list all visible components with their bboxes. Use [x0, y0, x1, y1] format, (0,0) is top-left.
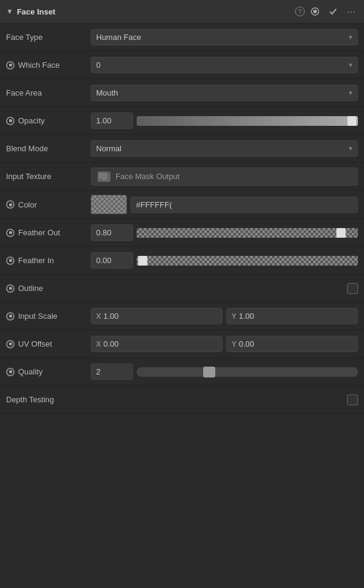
- feather-out-thumb[interactable]: [336, 228, 346, 238]
- feather-out-content: 0.80: [91, 224, 358, 241]
- face-type-row: Face Type Human Face ▾: [0, 24, 364, 51]
- opacity-row: Opacity 1.00: [0, 107, 364, 135]
- collapse-chevron[interactable]: ▼: [6, 7, 13, 16]
- feather-out-row: Feather Out 0.80: [0, 219, 364, 247]
- feather-in-label: Feather In: [6, 256, 91, 265]
- input-texture-row: Input Texture Face Mask Output: [0, 163, 364, 191]
- opacity-thumb[interactable]: [347, 116, 357, 126]
- feather-out-slider[interactable]: [137, 227, 358, 239]
- face-area-content: Mouth ▾: [91, 85, 358, 101]
- depth-testing-row: Depth Testing: [0, 386, 364, 414]
- face-inset-panel: ▼ Face Inset ? ··· Face Type: [0, 0, 364, 414]
- uv-offset-label: UV Offset: [6, 339, 91, 348]
- which-face-dropdown[interactable]: 0 ▾: [91, 57, 358, 73]
- feather-in-content: 0.00: [91, 252, 358, 269]
- blend-mode-row: Blend Mode Normal ▾: [0, 135, 364, 163]
- color-hex-value[interactable]: #FFFFFF(: [131, 197, 358, 213]
- depth-testing-content: [91, 394, 358, 405]
- uv-offset-y-value: 0.00: [239, 339, 254, 348]
- y-label: Y: [232, 312, 236, 321]
- depth-testing-label: Depth Testing: [6, 395, 91, 404]
- uv-offset-y[interactable]: Y 0.00: [226, 336, 358, 352]
- outline-row: Outline: [0, 275, 364, 302]
- feather-in-radio[interactable]: [6, 256, 15, 265]
- quality-value[interactable]: 2: [91, 364, 133, 380]
- header-actions: ···: [308, 5, 358, 18]
- uv-offset-row: UV Offset X 0.00 Y 0.00: [0, 330, 364, 358]
- x-label-uv: X: [96, 340, 101, 348]
- face-area-dropdown[interactable]: Mouth ▾: [91, 85, 358, 101]
- input-texture-label: Input Texture: [6, 172, 91, 181]
- quality-row: Quality 2: [0, 358, 364, 386]
- which-face-arrow: ▾: [349, 61, 353, 69]
- input-scale-row: Input Scale X 1.00 Y 1.00: [0, 302, 364, 330]
- face-area-label: Face Area: [6, 88, 91, 97]
- quality-slider[interactable]: [137, 366, 358, 378]
- input-scale-x[interactable]: X 1.00: [91, 308, 223, 324]
- depth-testing-checkbox[interactable]: [347, 394, 358, 405]
- checkmark-icon: [328, 7, 338, 16]
- input-scale-x-value: 1.00: [103, 312, 119, 321]
- ellipsis-icon: ···: [347, 7, 356, 16]
- input-scale-content: X 1.00 Y 1.00: [91, 308, 358, 324]
- uv-offset-x-value: 0.00: [103, 339, 119, 348]
- input-scale-label: Input Scale: [6, 312, 91, 321]
- color-content: #FFFFFF(: [91, 195, 358, 214]
- feather-out-radio[interactable]: [6, 229, 15, 237]
- which-face-label: Which Face: [6, 60, 91, 70]
- feather-in-slider[interactable]: [137, 255, 358, 267]
- quality-label: Quality: [6, 367, 91, 376]
- feather-in-thumb[interactable]: [138, 256, 148, 266]
- feather-in-row: Feather In 0.00: [0, 247, 364, 275]
- color-row: Color #FFFFFF(: [0, 191, 364, 219]
- uv-offset-xy: X 0.00 Y 0.00: [91, 336, 358, 352]
- input-scale-y[interactable]: Y 1.00: [226, 308, 358, 324]
- more-options-button[interactable]: ···: [345, 5, 358, 18]
- quality-content: 2: [91, 364, 358, 380]
- feather-out-label: Feather Out: [6, 228, 91, 237]
- face-area-arrow: ▾: [349, 89, 353, 97]
- opacity-label: Opacity: [6, 116, 91, 125]
- opacity-radio[interactable]: [6, 117, 15, 125]
- uv-offset-radio[interactable]: [6, 340, 15, 348]
- x-label: X: [96, 312, 101, 321]
- outline-radio[interactable]: [6, 284, 15, 293]
- face-type-content: Human Face ▾: [91, 29, 358, 45]
- color-radio[interactable]: [6, 200, 15, 209]
- opacity-slider[interactable]: [137, 115, 358, 127]
- outline-label: Outline: [6, 284, 91, 293]
- help-icon[interactable]: ?: [295, 7, 305, 16]
- face-type-label: Face Type: [6, 33, 91, 42]
- svg-rect-4: [102, 172, 105, 174]
- svg-point-1: [313, 10, 317, 13]
- opacity-value[interactable]: 1.00: [91, 113, 133, 129]
- face-type-arrow: ▾: [349, 33, 353, 41]
- color-swatch[interactable]: [91, 195, 127, 214]
- input-texture-selector[interactable]: Face Mask Output: [91, 168, 358, 186]
- which-face-radio[interactable]: [6, 61, 15, 70]
- texture-thumbnail-icon: [97, 171, 111, 182]
- svg-point-3: [102, 175, 106, 179]
- quality-radio[interactable]: [6, 368, 15, 376]
- panel-header: ▼ Face Inset ? ···: [0, 0, 364, 24]
- face-area-row: Face Area Mouth ▾: [0, 79, 364, 107]
- panel-title: Face Inset: [17, 7, 291, 16]
- color-label: Color: [6, 200, 91, 209]
- blend-mode-content: Normal ▾: [91, 140, 358, 157]
- outline-content: [91, 283, 358, 294]
- input-texture-content: Face Mask Output: [91, 168, 358, 186]
- which-face-content: 0 ▾: [91, 57, 358, 73]
- face-type-dropdown[interactable]: Human Face ▾: [91, 29, 358, 45]
- input-scale-y-value: 1.00: [239, 312, 254, 321]
- uv-offset-x[interactable]: X 0.00: [91, 336, 223, 352]
- uv-offset-content: X 0.00 Y 0.00: [91, 336, 358, 352]
- input-scale-radio[interactable]: [6, 312, 15, 321]
- feather-in-value[interactable]: 0.00: [91, 252, 133, 269]
- check-header-button[interactable]: [327, 5, 340, 18]
- feather-out-value[interactable]: 0.80: [91, 224, 133, 241]
- blend-mode-dropdown[interactable]: Normal ▾: [91, 140, 358, 157]
- quality-thumb[interactable]: [203, 367, 215, 377]
- radio-header-button[interactable]: [308, 5, 322, 18]
- outline-checkbox[interactable]: [347, 283, 358, 294]
- opacity-content: 1.00: [91, 113, 358, 129]
